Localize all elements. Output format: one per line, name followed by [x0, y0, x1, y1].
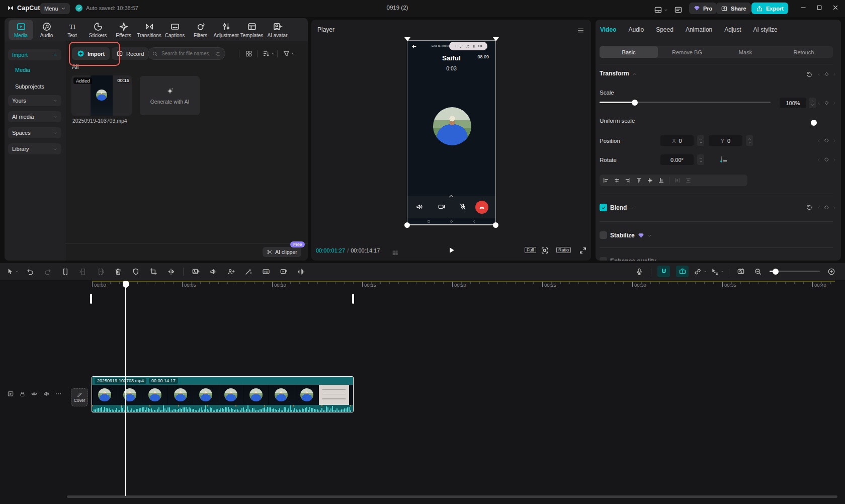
blend-keyframe-controls[interactable]	[817, 205, 836, 210]
subtab-remove-bg[interactable]: Remove BG	[658, 46, 716, 58]
ribbon-tab-captions[interactable]: Captions	[162, 20, 187, 40]
export-button[interactable]: Export	[751, 3, 788, 14]
align-bottom-button[interactable]	[658, 177, 664, 184]
align-left-button[interactable]	[603, 177, 609, 184]
video-enhance-button[interactable]	[278, 266, 289, 277]
ribbon-tab-stickers[interactable]: Stickers	[86, 20, 110, 40]
close-button[interactable]	[832, 4, 839, 11]
sidebar-item-media[interactable]: Media	[11, 64, 64, 75]
clip-trim-handle-left[interactable]	[90, 294, 92, 304]
hd-button[interactable]: HD	[261, 266, 272, 277]
portrait-cutout-button[interactable]	[225, 266, 236, 277]
fullscreen-button[interactable]	[579, 246, 587, 255]
align-middle-v-button[interactable]	[647, 177, 653, 184]
position-x-stepper[interactable]	[697, 135, 704, 146]
history-icon[interactable]	[215, 51, 221, 57]
sidebar-item-import[interactable]: Import	[8, 49, 61, 60]
sidebar-item-library[interactable]: Library	[8, 143, 61, 154]
tab-animation[interactable]: Animation	[686, 26, 712, 33]
maximize-button[interactable]	[816, 4, 823, 11]
preview-frame-button[interactable]	[735, 266, 746, 277]
horizontal-scrollbar[interactable]	[67, 495, 837, 498]
video-preview[interactable]: End-to-end encrypted 08:09 Saiful 0:03	[407, 40, 496, 225]
ribbon-tab-ai-avatar[interactable]: AI avatar	[265, 20, 290, 40]
transform-keyframe-controls[interactable]	[817, 71, 836, 77]
clip-trim-handle-right[interactable]	[352, 294, 354, 304]
transform-handle[interactable]	[404, 222, 410, 228]
position-y-stepper[interactable]	[746, 135, 753, 146]
search-box[interactable]	[148, 47, 225, 60]
align-top-button[interactable]	[636, 177, 642, 184]
share-button[interactable]: Share	[716, 3, 751, 14]
rotate-dial[interactable]	[721, 156, 722, 163]
player-menu-button[interactable]	[577, 27, 584, 34]
transform-section-header[interactable]: Transform	[600, 70, 637, 77]
pointer-link-button[interactable]	[712, 266, 723, 277]
menu-button[interactable]: Menu	[40, 3, 70, 14]
rotate-keyframe-controls[interactable]	[817, 157, 836, 162]
subtab-retouch[interactable]: Retouch	[775, 46, 833, 58]
tab-adjust[interactable]: Adjust	[724, 26, 741, 33]
media-item[interactable]: Added 00:15	[71, 75, 132, 116]
ribbon-tab-media[interactable]: Media	[9, 20, 33, 40]
notes-panel-button[interactable]	[674, 6, 683, 14]
subtab-mask[interactable]: Mask	[716, 46, 775, 58]
full-button[interactable]: Full	[525, 247, 536, 253]
scale-slider-knob[interactable]	[632, 100, 638, 106]
scale-value-field[interactable]: 100%	[780, 98, 806, 108]
undo-button[interactable]	[25, 266, 36, 277]
mirror-button[interactable]	[165, 266, 177, 277]
scale-stepper[interactable]	[809, 98, 816, 108]
transform-handle[interactable]	[493, 222, 498, 228]
zoom-in-button[interactable]	[826, 266, 837, 277]
pro-button[interactable]: Pro	[689, 3, 717, 14]
sort-button[interactable]	[263, 50, 275, 57]
focus-button[interactable]	[541, 246, 549, 255]
export-frame-button[interactable]	[190, 266, 201, 277]
timeline-clip[interactable]: 20250919-103703.mp4 00:00:14:17	[92, 376, 354, 412]
position-x-field[interactable]: X0	[660, 135, 694, 146]
grid-view-button[interactable]	[245, 50, 252, 57]
split-button[interactable]	[60, 266, 71, 277]
ribbon-tab-transitions[interactable]: Transitions	[137, 20, 161, 40]
minimize-button[interactable]	[800, 4, 807, 11]
stabilize-checkbox[interactable]	[600, 231, 607, 239]
generate-with-ai-tile[interactable]: Generate with AI	[140, 76, 200, 115]
timeline-zoom-slider[interactable]	[770, 271, 820, 272]
timeline[interactable]: 00:0000:0500:1000:1500:2000:2500:3000:35…	[0, 281, 845, 504]
rotate-stepper[interactable]	[697, 154, 704, 165]
rotate-value-field[interactable]: 0.00°	[660, 154, 694, 165]
audio-wave-button[interactable]	[296, 266, 307, 277]
align-center-h-button[interactable]	[614, 177, 620, 184]
ribbon-tab-effects[interactable]: Effects	[111, 20, 136, 40]
speaker-icon[interactable]	[43, 390, 50, 397]
ribbon-tab-adjustment[interactable]: Adjustment	[214, 20, 238, 40]
sidebar-item-subprojects[interactable]: Subprojects	[11, 81, 64, 92]
position-y-field[interactable]: Y0	[709, 135, 742, 146]
smart-edit-button[interactable]	[243, 266, 254, 277]
scale-keyframe-controls[interactable]	[817, 100, 836, 106]
blend-checkbox[interactable]	[600, 204, 607, 211]
sidebar-item-spaces[interactable]: Spaces	[8, 127, 61, 138]
ribbon-tab-templates[interactable]: Templates	[239, 20, 264, 40]
transform-reset-button[interactable]	[806, 71, 813, 78]
mark-button[interactable]	[130, 266, 141, 277]
zoom-out-button[interactable]	[752, 266, 764, 277]
tab-ai-stylize[interactable]: AI stylize	[753, 26, 778, 33]
audio-separate-button[interactable]	[208, 266, 219, 277]
mic-button[interactable]	[634, 266, 645, 277]
delete-button[interactable]	[113, 266, 124, 277]
ratio-button[interactable]: Ratio	[556, 247, 571, 253]
tab-video[interactable]: Video	[600, 26, 616, 33]
ribbon-tab-text[interactable]: TIText	[60, 20, 84, 40]
crop-button[interactable]	[148, 266, 159, 277]
search-input[interactable]	[160, 50, 213, 57]
tab-audio[interactable]: Audio	[628, 26, 644, 33]
play-button[interactable]	[447, 246, 456, 255]
partial-row-checkbox[interactable]	[600, 257, 607, 261]
ellipsis-icon[interactable]	[55, 390, 62, 397]
tab-speed[interactable]: Speed	[656, 26, 673, 33]
filter-button[interactable]	[283, 50, 295, 57]
ribbon-tab-audio[interactable]: Audio	[34, 20, 59, 40]
blend-section-header[interactable]: Blend	[610, 204, 634, 211]
